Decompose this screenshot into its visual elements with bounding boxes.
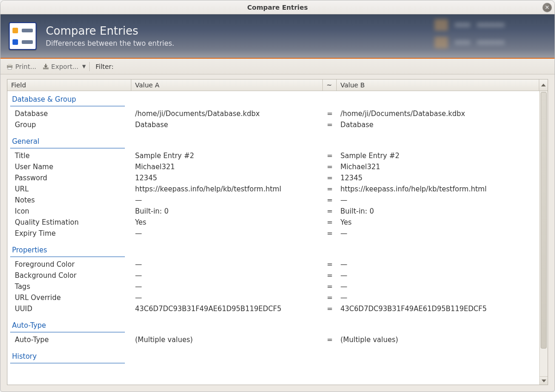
export-button[interactable]: Export... <box>39 62 81 71</box>
table-row[interactable]: UUID43C6D7DC93B31F49AE61D95B119EDCF5=43C… <box>7 303 539 314</box>
scroll-down-button[interactable] <box>540 376 548 385</box>
cell-operator: = <box>323 172 337 184</box>
cell-field: URL <box>7 184 131 195</box>
cell-field: User Name <box>7 161 131 172</box>
scrollbar-thumb[interactable] <box>541 92 547 349</box>
table-row[interactable]: Expiry Time—=— <box>7 228 539 239</box>
titlebar: Compare Entries ✕ <box>0 0 555 14</box>
cell-operator: = <box>323 161 337 172</box>
section-title: History <box>7 348 131 363</box>
table-row[interactable]: Password12345=12345 <box>7 172 539 184</box>
table-row[interactable]: URLhttps://keepass.info/help/kb/testform… <box>7 184 539 195</box>
cell-value-a: Database <box>131 119 323 130</box>
cell-operator: = <box>323 119 337 130</box>
compare-list-icon <box>9 22 37 50</box>
cell-value-a: — <box>131 281 323 292</box>
table-row[interactable]: Notes—=— <box>7 195 539 206</box>
cell-operator: = <box>323 228 337 239</box>
cell-value-b: — <box>337 270 539 281</box>
cell-value-a: Sample Entry #2 <box>131 150 323 161</box>
table-row[interactable]: URL Override—=— <box>7 292 539 303</box>
close-icon: ✕ <box>545 5 549 10</box>
cell-field: Background Color <box>7 270 131 281</box>
window-title: Compare Entries <box>247 4 308 11</box>
toolbar: Print... Export... ▼ Filter: <box>0 59 555 74</box>
cell-operator: = <box>323 270 337 281</box>
cell-operator: = <box>323 217 337 228</box>
table-row[interactable]: Quality EstimationYes=Yes <box>7 217 539 228</box>
cell-value-a: https://keepass.info/help/kb/testform.ht… <box>131 184 323 195</box>
comparison-list: Field Value A ~ Value B Database & Group… <box>7 79 548 385</box>
cell-value-b: Michael321 <box>337 161 539 172</box>
cell-value-b: https://keepass.info/help/kb/testform.ht… <box>337 184 539 195</box>
cell-value-a: 12345 <box>131 172 323 184</box>
cell-operator: = <box>323 303 337 314</box>
cell-value-a: — <box>131 270 323 281</box>
col-value-b[interactable]: Value B <box>337 80 539 91</box>
col-field[interactable]: Field <box>7 80 131 91</box>
section-underline <box>10 106 125 106</box>
column-headers: Field Value A ~ Value B <box>7 80 548 91</box>
print-button[interactable]: Print... <box>3 62 39 71</box>
table-row[interactable]: TitleSample Entry #2=Sample Entry #2 <box>7 150 539 161</box>
cell-value-b: — <box>337 195 539 206</box>
cell-value-a: (Multiple values) <box>131 334 323 345</box>
header-banner: Compare Entries Differences between the … <box>0 14 555 59</box>
export-icon <box>42 63 49 70</box>
compare-entries-window: Compare Entries ✕ Compare Entries Differ… <box>0 0 555 392</box>
cell-operator: = <box>323 281 337 292</box>
cell-value-b: (Multiple values) <box>337 334 539 345</box>
section-header: History <box>7 348 539 363</box>
cell-value-a: — <box>131 259 323 270</box>
filter-label: Filter: <box>95 63 113 70</box>
cell-value-b: 43C6D7DC93B31F49AE61D95B119EDCF5 <box>337 303 539 314</box>
table-row[interactable]: Background Color—=— <box>7 270 539 281</box>
section-header: Auto-Type <box>7 317 539 332</box>
cell-field: Auto-Type <box>7 334 131 345</box>
table-row[interactable]: GroupDatabase=Database <box>7 119 539 130</box>
rows-viewport: Database & GroupDatabase/home/ji/Documen… <box>7 91 548 385</box>
cell-value-b: Sample Entry #2 <box>337 150 539 161</box>
close-button[interactable]: ✕ <box>543 3 552 12</box>
export-dropdown[interactable]: ▼ <box>81 64 87 69</box>
section-header: General <box>7 133 539 148</box>
cell-field: Database <box>7 108 131 119</box>
cell-operator: = <box>323 195 337 206</box>
section-title: Database & Group <box>7 91 131 106</box>
section-underline <box>10 148 125 148</box>
table-row[interactable]: Database/home/ji/Documents/Database.kdbx… <box>7 108 539 119</box>
table-row[interactable]: Foreground Color—=— <box>7 259 539 270</box>
cell-field: Icon <box>7 206 131 217</box>
vertical-scrollbar[interactable] <box>539 91 548 385</box>
content-area: Field Value A ~ Value B Database & Group… <box>7 79 548 385</box>
cell-field: Quality Estimation <box>7 217 131 228</box>
svg-rect-2 <box>8 67 12 69</box>
cell-field: Notes <box>7 195 131 206</box>
banner-background-decoration <box>434 19 545 54</box>
cell-operator: = <box>323 292 337 303</box>
section-title: Properties <box>7 242 131 257</box>
print-label: Print... <box>15 63 37 70</box>
section-header: Database & Group <box>7 91 539 106</box>
cell-value-b: Database <box>337 119 539 130</box>
table-row[interactable]: IconBuilt-in: 0=Built-in: 0 <box>7 206 539 217</box>
cell-field: Title <box>7 150 131 161</box>
banner-subtitle: Differences between the two entries. <box>46 39 174 48</box>
section-title: Auto-Type <box>7 317 131 332</box>
cell-value-b: 12345 <box>337 172 539 184</box>
cell-value-a: — <box>131 195 323 206</box>
table-row[interactable]: Auto-Type(Multiple values)=(Multiple val… <box>7 334 539 345</box>
table-row[interactable]: User NameMichael321=Michael321 <box>7 161 539 172</box>
cell-operator: = <box>323 184 337 195</box>
scroll-up-button[interactable] <box>539 80 548 91</box>
cell-field: Group <box>7 119 131 130</box>
col-operator[interactable]: ~ <box>323 80 337 91</box>
cell-value-a: /home/ji/Documents/Database.kdbx <box>131 108 323 119</box>
cell-value-b: — <box>337 228 539 239</box>
cell-value-b: — <box>337 292 539 303</box>
banner-title: Compare Entries <box>46 24 174 38</box>
section-title: General <box>7 133 131 148</box>
col-value-a[interactable]: Value A <box>131 80 323 91</box>
cell-operator: = <box>323 206 337 217</box>
table-row[interactable]: Tags—=— <box>7 281 539 292</box>
